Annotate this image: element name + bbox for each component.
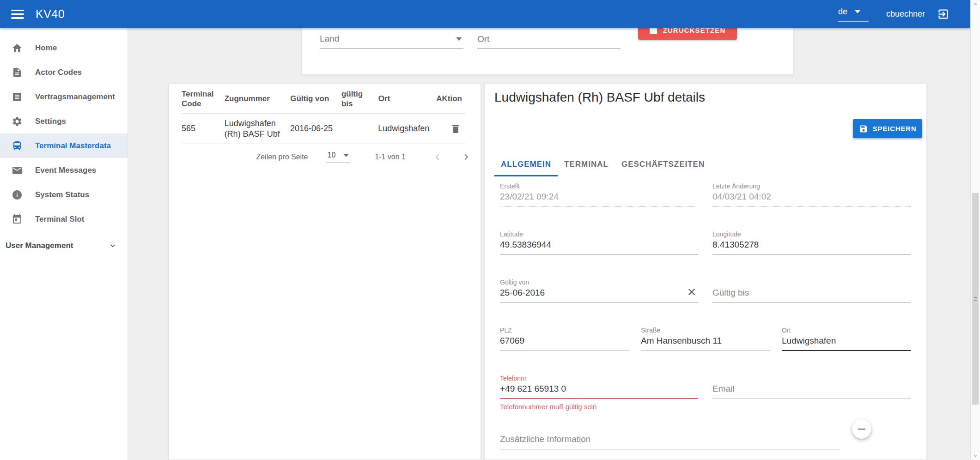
language-underline — [838, 21, 869, 22]
app-title: KV40 — [36, 7, 65, 21]
chevron-down-icon — [108, 241, 117, 250]
chevron-left-icon — [432, 151, 444, 163]
land-select[interactable]: Land — [320, 34, 463, 49]
plz-field: PLZ — [500, 326, 629, 351]
gueltig-von-field: Gültig von — [500, 278, 698, 303]
strasse-field: Straße — [641, 326, 770, 351]
email-input[interactable] — [712, 383, 911, 394]
username-label: cbuechner — [886, 9, 925, 19]
sidebar-item-event-messages[interactable]: Event Messages — [0, 158, 128, 182]
sidebar-item-actor-codes[interactable]: Actor Codes — [0, 60, 128, 85]
ort-field: Ort — [782, 326, 911, 351]
telefonnr-input[interactable] — [500, 383, 698, 394]
ort-underline — [477, 48, 621, 49]
tab-allgemein[interactable]: ALLGEMEIN — [494, 154, 558, 175]
app-bar: KV40 de cbuechner — [0, 0, 970, 28]
col-header-terminal-code: Terminal Code — [182, 89, 225, 109]
letzte-aenderung-field: Letzte Änderung — [712, 182, 911, 207]
cell-ort: Ludwigshafen — [378, 123, 431, 134]
app-window: KV40 de cbuechner Home Actor C — [0, 0, 980, 460]
sidebar-item-settings[interactable]: Settings — [0, 109, 128, 133]
email-field — [712, 374, 911, 399]
terminal-table-card: Terminal Code Zugnummer Gültig von gülti… — [169, 83, 481, 460]
sidebar-item-terminal-slot[interactable]: Terminal Slot — [0, 207, 128, 231]
chevron-down-icon — [456, 37, 462, 41]
bus-icon — [12, 140, 23, 151]
save-icon — [859, 124, 868, 133]
longitude-field: Longitude — [712, 230, 911, 255]
erstellt-input — [500, 191, 698, 202]
remove-section-button[interactable] — [852, 419, 871, 439]
chevron-down-icon — [855, 10, 860, 13]
info-icon — [12, 189, 23, 200]
zusatz-info-input[interactable] — [500, 434, 840, 445]
table-pagination: Zeilen pro Seite 10 1-1 von 1 — [169, 144, 481, 170]
plz-input[interactable] — [500, 335, 629, 346]
chevron-down-icon — [343, 154, 349, 157]
scrollbar-grip — [974, 297, 977, 301]
gueltig-bis-input[interactable] — [712, 287, 911, 298]
trash-icon — [450, 123, 461, 134]
scrollbar-thumb[interactable] — [972, 193, 979, 405]
sidebar: Home Actor Codes Vertragsmanagement Sett… — [0, 28, 128, 460]
vertical-scrollbar[interactable] — [970, 0, 980, 460]
logout-icon[interactable] — [937, 8, 950, 20]
details-title: Ludwigshafen (Rh) BASF Ubf details — [494, 90, 705, 105]
ort-filter-input[interactable] — [477, 34, 621, 45]
telefonnr-error-message: Telefonnummer muß gültig sein — [500, 403, 698, 411]
terminal-table: Terminal Code Zugnummer Gültig von gülti… — [182, 85, 466, 144]
latitude-input[interactable] — [500, 239, 698, 250]
gueltig-bis-field — [712, 278, 911, 303]
language-value: de — [838, 7, 847, 17]
language-select[interactable]: de — [838, 7, 869, 22]
mail-icon — [12, 165, 23, 176]
menu-icon[interactable] — [11, 10, 24, 19]
cell-gueltig-von: 2016-06-25 — [290, 123, 341, 134]
next-page-button[interactable] — [460, 151, 472, 163]
app-bar-right: de cbuechner — [838, 7, 950, 22]
document-icon — [12, 67, 23, 78]
telefonnr-field: Telefonnr Telefonnummer muß gültig sein — [500, 374, 698, 411]
land-select-label: Land — [320, 34, 463, 45]
cell-terminal-code: 565 — [182, 123, 225, 134]
rows-per-page-select[interactable]: 10 — [326, 151, 350, 163]
letzte-aenderung-input — [712, 191, 911, 202]
sidebar-item-terminal-masterdata[interactable]: Terminal Masterdata — [0, 133, 128, 158]
ort-filter-field — [477, 34, 621, 49]
gear-icon — [12, 116, 23, 127]
save-button-label: SPEICHERN — [873, 125, 917, 133]
latitude-field: Latitude — [500, 230, 698, 255]
sidebar-item-home[interactable]: Home — [0, 36, 128, 60]
col-header-aktion: AKtion — [431, 94, 466, 103]
home-icon — [12, 42, 23, 54]
col-header-gueltig-bis: gültig bis — [341, 89, 378, 109]
longitude-input[interactable] — [712, 239, 911, 250]
strasse-input[interactable] — [641, 335, 770, 346]
save-button[interactable]: SPEICHERN — [853, 119, 922, 138]
rows-per-page-value: 10 — [327, 151, 335, 159]
gueltig-von-input[interactable] — [500, 287, 698, 298]
clear-date-button[interactable] — [686, 286, 697, 297]
tab-terminal[interactable]: TERMINAL — [558, 154, 615, 175]
delete-row-button[interactable] — [449, 122, 462, 135]
erstellt-field: Erstellt — [500, 182, 698, 207]
sidebar-section-user-management[interactable]: User Management — [0, 234, 128, 257]
list-icon — [12, 91, 23, 103]
ort-input[interactable] — [782, 335, 911, 346]
close-icon — [686, 286, 697, 297]
land-underline — [320, 48, 463, 49]
details-tabs: ALLGEMEIN TERMINAL GESCHÄFTSZEITEN — [494, 154, 711, 175]
sidebar-item-vertragsmanagement[interactable]: Vertragsmanagement — [0, 85, 128, 109]
tab-geschaeftszeiten[interactable]: GESCHÄFTSZEITEN — [615, 154, 711, 175]
col-header-zugnummer: Zugnummer — [225, 94, 291, 103]
scroll-down-arrow-icon[interactable] — [971, 452, 980, 460]
scroll-up-arrow-icon[interactable] — [971, 0, 980, 8]
sidebar-item-system-status[interactable]: System Status — [0, 182, 128, 207]
previous-page-button[interactable] — [432, 151, 444, 163]
pagination-range-label: 1-1 von 1 — [375, 153, 406, 161]
table-row[interactable]: 565 Ludwigshafen (Rh) BASF Ubf 2016-06-2… — [182, 114, 466, 144]
zusatz-info-field — [500, 424, 840, 449]
col-header-gueltig-von: Gültig von — [290, 94, 341, 103]
minus-icon — [858, 429, 865, 430]
table-header-row: Terminal Code Zugnummer Gültig von gülti… — [182, 85, 466, 114]
